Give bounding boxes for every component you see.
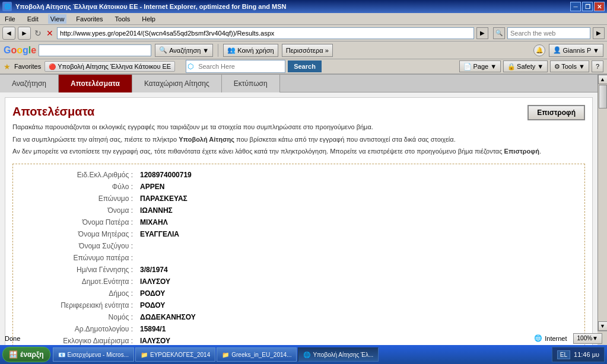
field-value: ΙΩΑΝΝΗΣ bbox=[136, 205, 580, 216]
field-value: ΔΩΔΕΚΑΝΗΣΟΥ bbox=[136, 311, 580, 323]
minimize-button[interactable]: ─ bbox=[570, 2, 581, 11]
menu-file[interactable]: File bbox=[2, 14, 18, 24]
taskbar-item-1[interactable]: 📁 ΕΥΡΩΕΚΛΟΓΕΣ_2014 bbox=[135, 347, 215, 362]
bing-search-input[interactable] bbox=[507, 27, 590, 39]
user-icon: 👤 bbox=[553, 46, 561, 54]
scroll-down-arrow[interactable]: ▼ bbox=[598, 321, 608, 331]
field-label: Όνομα Μητέρας : bbox=[18, 228, 136, 240]
search-icon: 🔍 bbox=[159, 46, 167, 54]
notification-icon[interactable]: 🔔 bbox=[533, 44, 545, 56]
taskbar-icon-1: 📁 bbox=[141, 352, 148, 358]
bing-search-button[interactable]: ▶ bbox=[593, 27, 605, 39]
user-menu-button[interactable]: 👤 Giannis P ▼ bbox=[549, 44, 603, 57]
table-row: Όνομα Πατέρα :ΜΙΧΑΗΛ bbox=[18, 216, 580, 228]
scrollbar[interactable]: ▲ ▼ bbox=[598, 75, 607, 331]
menu-edit[interactable]: Edit bbox=[25, 14, 41, 24]
return-button[interactable]: Επιστροφή bbox=[527, 105, 585, 120]
forward-button[interactable]: ► bbox=[18, 27, 31, 40]
start-button[interactable]: 🪟 έναρξη bbox=[2, 347, 50, 362]
bing-favorites-search-button[interactable]: Search bbox=[288, 60, 322, 72]
app-icon: 🌐 bbox=[2, 2, 12, 11]
restore-button[interactable]: ❐ bbox=[582, 2, 593, 11]
table-row: Όνομα :ΙΩΑΝΝΗΣ bbox=[18, 205, 580, 216]
taskbar-right: EL 11:46 μυ bbox=[552, 347, 605, 362]
field-value bbox=[136, 240, 580, 252]
field-label: Επώνυμο πατέρα : bbox=[18, 252, 136, 264]
tab-print[interactable]: Εκτύπωση bbox=[222, 75, 280, 92]
field-label: Όνομα : bbox=[18, 205, 136, 216]
tab-search[interactable]: Αναζήτηση bbox=[0, 75, 59, 92]
taskbar-item-0[interactable]: 📧 Εισερχόμενα - Micros... bbox=[53, 347, 134, 362]
field-value: ΜΙΧΑΗΛ bbox=[136, 216, 580, 228]
toolbar-more-button[interactable]: Περισσότερα » bbox=[282, 44, 333, 57]
menu-favorites[interactable]: Favorites bbox=[74, 14, 105, 24]
refresh-button[interactable]: ↻ bbox=[33, 27, 43, 39]
field-label: Δημοτ.Ενότητα : bbox=[18, 276, 136, 288]
taskbar-item-3[interactable]: 🌐 Υποβολή Αίτησης Έλ... bbox=[298, 347, 379, 362]
scroll-thumb[interactable] bbox=[599, 85, 607, 108]
field-label: Φύλο : bbox=[18, 181, 136, 193]
table-row: Επώνυμο πατέρα : bbox=[18, 252, 580, 264]
zoom-button[interactable]: 100% ▼ bbox=[573, 333, 602, 344]
taskbar-item-2[interactable]: 📁 Greeks_in_EU_2014... bbox=[217, 347, 297, 362]
window-title: Υποβολή Αίτησης Έλληνα Κάτοικου ΕΕ - Int… bbox=[15, 3, 286, 10]
field-label: Όνομα Συζύγου : bbox=[18, 240, 136, 252]
safety-icon: 🔒 bbox=[507, 63, 516, 71]
google-search-input[interactable] bbox=[39, 44, 151, 56]
field-label: Αρ.Δημοτολογίου : bbox=[18, 323, 136, 335]
taskbar: 🪟 έναρξη 📧 Εισερχόμενα - Micros... 📁 ΕΥΡ… bbox=[0, 345, 607, 364]
safety-menu-button[interactable]: 🔒 Safety ▼ bbox=[503, 60, 548, 72]
tools-icon: ⚙ bbox=[554, 63, 560, 71]
field-value: ΕΥΑΓΓΕΛΙΑ bbox=[136, 228, 580, 240]
status-text: Done bbox=[5, 335, 528, 342]
toolbar-search-button[interactable]: 🔍 Αναζήτηση ▼ bbox=[155, 44, 213, 57]
bing-favorites-input[interactable] bbox=[195, 60, 284, 72]
toolbar-share-button[interactable]: 👥 Κοινή χρήση bbox=[223, 44, 278, 57]
start-icon: 🪟 bbox=[9, 350, 18, 359]
tab-submission[interactable]: Καταχώριση Αίτησης bbox=[132, 75, 222, 92]
taskbar-icon-2: 📁 bbox=[222, 352, 229, 358]
table-row: Νομός :ΔΩΔΕΚΑΝΗΣΟΥ bbox=[18, 311, 580, 323]
table-row: Αρ.Δημοτολογίου :15894/1 bbox=[18, 323, 580, 335]
main-area: Επιστροφή Αποτελέσματα Παρακάτω παρουσιά… bbox=[5, 97, 593, 350]
table-row: Όνομα Μητέρας :ΕΥΑΓΓΕΛΙΑ bbox=[18, 228, 580, 240]
menu-view[interactable]: View bbox=[48, 14, 67, 24]
address-input[interactable] bbox=[57, 27, 474, 39]
bing-favorites-search: ⬡ Search bbox=[186, 60, 322, 73]
stop-button[interactable]: ✕ bbox=[45, 27, 55, 39]
favorites-site-link[interactable]: 🔴 Υποβολή Αίτησης Έλληνα Κάτοικου ΕΕ bbox=[45, 61, 175, 72]
table-row: Περιφερειακή ενότητα :ΡΟΔΟΥ bbox=[18, 299, 580, 311]
table-row: Δημοτ.Ενότητα :ΙΑΛΥΣΟΥ bbox=[18, 276, 580, 288]
favorites-bar: ★ Favorites 🔴 Υποβολή Αίτησης Έλληνα Κάτ… bbox=[0, 59, 607, 75]
title-bar: 🌐 Υποβολή Αίτησης Έλληνα Κάτοικου ΕΕ - I… bbox=[0, 0, 607, 13]
help-button[interactable]: ? bbox=[592, 60, 603, 72]
scroll-up-arrow[interactable]: ▲ bbox=[598, 75, 608, 84]
field-value: ΑΡΡΕΝ bbox=[136, 181, 580, 193]
description-3: Αν δεν μπορείτε να εντοπίσετε την εγγραφ… bbox=[12, 146, 585, 157]
close-button[interactable]: ✕ bbox=[594, 2, 605, 11]
back-button[interactable]: ◄ bbox=[2, 27, 15, 40]
internet-icon: 🌐 bbox=[534, 334, 542, 342]
menu-tools[interactable]: Tools bbox=[113, 14, 133, 24]
field-label: Ημ/νια Γέννησης : bbox=[18, 264, 136, 276]
go-button[interactable]: ▶ bbox=[476, 27, 488, 39]
menu-help[interactable]: Help bbox=[139, 14, 158, 24]
page-icon: 📄 bbox=[463, 63, 472, 71]
navigation-tabs: Αναζήτηση Αποτελέσματα Καταχώριση Αίτηση… bbox=[0, 75, 598, 92]
description-1: Παρακάτω παρουσιάζονται οι εκλογικές εγγ… bbox=[12, 122, 585, 132]
site-favicon: 🔴 bbox=[49, 63, 56, 70]
field-value: ΡΟΔΟΥ bbox=[136, 288, 580, 299]
table-row: Ημ/νια Γέννησης :3/8/1974 bbox=[18, 264, 580, 276]
field-value: 15894/1 bbox=[136, 323, 580, 335]
table-row: Επώνυμο :ΠΑΡΑΣΚΕΥΑΣ bbox=[18, 193, 580, 205]
zone-label: Internet bbox=[545, 335, 567, 342]
tools-menu-button[interactable]: ⚙ Tools ▼ bbox=[550, 60, 589, 72]
toolbar-separator bbox=[218, 44, 218, 57]
tab-results[interactable]: Αποτελέσματα bbox=[59, 75, 132, 92]
favorites-label: Favorites bbox=[14, 63, 41, 70]
taskbar-items: 📧 Εισερχόμενα - Micros... 📁 ΕΥΡΩΕΚΛΟΓΕΣ_… bbox=[53, 347, 552, 362]
page-menu-button[interactable]: 📄 Page ▼ bbox=[459, 60, 501, 72]
google-toolbar: Google bbox=[4, 44, 151, 56]
time-display: 11:46 μυ bbox=[574, 351, 599, 358]
table-row: Ειδ.Εκλ.Αριθμός :1208974000719 bbox=[18, 169, 580, 181]
